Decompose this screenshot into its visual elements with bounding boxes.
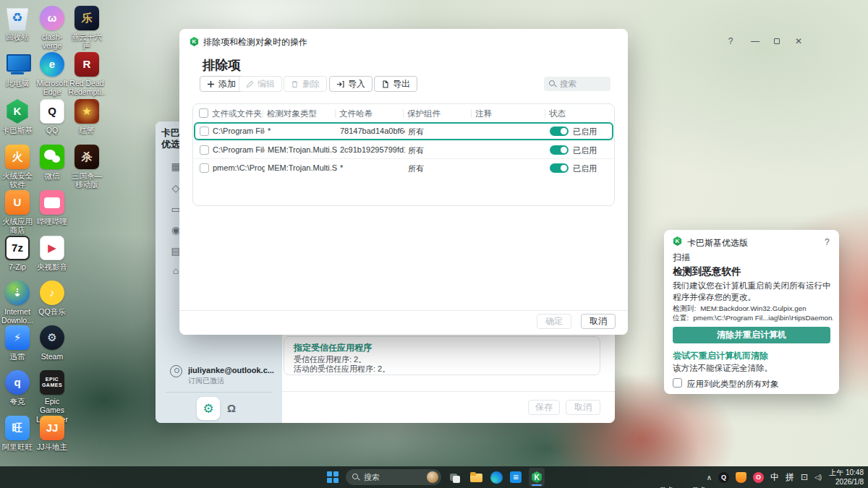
row-checkbox[interactable]: [200, 145, 209, 155]
desktop-icon-kaspersky[interactable]: K卡巴斯基: [0, 99, 35, 134]
trusted-apps-link[interactable]: 指定受信任应用程序: [294, 342, 372, 354]
desktop-icon-label: 此电脑: [0, 79, 36, 87]
desktop-icon-steam[interactable]: ⚙Steam: [35, 325, 69, 361]
cell-hash: *: [340, 163, 405, 172]
status-toggle[interactable]: [550, 127, 569, 136]
hidden-icons-chevron[interactable]: ∧: [707, 474, 712, 481]
desktop-icon-microsoft-edge[interactable]: eMicrosoft Edge: [35, 52, 69, 97]
column-divider: [335, 109, 336, 118]
kaspersky-taskbar-button[interactable]: K: [529, 468, 545, 487]
dialog-title: 排除项和检测对象时的操作: [203, 36, 307, 48]
start-button[interactable]: [327, 471, 339, 483]
export-icon: [381, 80, 389, 88]
edge-browser-button[interactable]: [490, 471, 503, 484]
desktop-icon-red-alert[interactable]: ★红警: [69, 99, 104, 134]
desktop-icon-red-dead-redemption[interactable]: RRed Dead Redempti...: [69, 52, 104, 106]
table-row[interactable]: C:\Program Files\...MEM:Trojan.Multi.She…: [194, 140, 613, 158]
desktop-icon-qq-music[interactable]: ♪QQ音乐: [35, 281, 69, 316]
desktop-icon-label: 夸克: [0, 397, 36, 406]
desktop-icon-qq[interactable]: QQQ: [35, 99, 69, 134]
help-button[interactable]: ?: [825, 237, 830, 247]
edit-button[interactable]: 编辑: [239, 76, 282, 92]
disinfect-without-restart-link[interactable]: 尝试不重启计算机而清除: [673, 350, 768, 362]
file-explorer-button[interactable]: [469, 471, 483, 484]
desktop-icon-aliwangwang[interactable]: 旺阿里旺旺: [0, 416, 35, 451]
cell-path: C:\Program Files\...: [213, 127, 265, 135]
desktop-icon-huorong-security[interactable]: 火火绒安全软件: [0, 145, 35, 189]
row-checkbox[interactable]: [200, 127, 209, 136]
add-button[interactable]: 添加: [200, 76, 243, 92]
kaspersky-icon: K: [531, 471, 542, 483]
cell-path: C:\Program Files\...: [213, 145, 265, 154]
kaspersky-app-icon: K: [190, 37, 199, 46]
steam-icon: ⚙: [40, 325, 64, 350]
window-minimize-button[interactable]: —: [749, 35, 762, 48]
desktop-icon-huorong-store[interactable]: U火绒应用商店: [0, 190, 35, 235]
desktop-icon-wechat[interactable]: 微信: [35, 145, 69, 180]
desktop-icon-jj-doudizhu[interactable]: JJJJ斗地主: [35, 416, 69, 451]
cell-type: *: [268, 127, 337, 135]
desktop-icon-idm[interactable]: ⇣Internet Downlo...: [0, 281, 35, 325]
help-button[interactable]: ?: [724, 35, 737, 48]
ime-language-indicator[interactable]: 中: [770, 471, 779, 484]
desktop-icon-cctv-video[interactable]: ▶央视影音: [35, 236, 69, 271]
apply-to-all-checkbox[interactable]: [673, 378, 682, 388]
desktop-icon-thunder[interactable]: ⚡迅雷: [0, 325, 35, 361]
task-view-button[interactable]: [448, 471, 462, 484]
desktop-icon-seven-zip[interactable]: 7z7-Zip: [0, 236, 35, 271]
account-avatar: [170, 365, 182, 377]
clash-verge-icon: ω: [40, 6, 64, 30]
window-maximize-button[interactable]: [770, 35, 783, 48]
search-icon: [549, 80, 556, 87]
cell-type: MEM:Trojan.Multi.She...: [268, 163, 337, 172]
trusted-apps-card: 指定受信任应用程序 受信任应用程序: 2。 活动的受信任应用程序: 2。: [284, 336, 600, 375]
volume-icon[interactable]: ◁): [814, 474, 822, 481]
settings-button[interactable]: ⚙: [197, 397, 220, 420]
desktop-icon-quark[interactable]: q夸克: [0, 370, 35, 406]
select-all-checkbox[interactable]: [199, 108, 208, 118]
desktop-icon-bilibili[interactable]: 哔哩哔哩: [35, 190, 69, 226]
taskbar-search[interactable]: 搜索: [346, 469, 441, 485]
search-input[interactable]: 搜索: [544, 77, 610, 91]
desktop-icon-recycle-bin[interactable]: ♻回收站: [0, 6, 35, 41]
row-checkbox[interactable]: [200, 163, 209, 173]
desktop-icon-label: 哔哩哔哩: [33, 217, 71, 226]
desktop-icon-clash-verge[interactable]: ωclash-verge: [35, 6, 69, 51]
support-headset-icon[interactable]: Ω: [227, 402, 236, 414]
cctv-video-icon: ▶: [40, 236, 64, 260]
malware-detection-popup: K 卡巴斯基优选版 ? 扫描 检测到恶意软件 我们建议您在计算机重启前关闭所有运…: [664, 230, 839, 394]
microsoft-store-button[interactable]: ⊞: [510, 471, 522, 483]
status-toggle[interactable]: [550, 145, 569, 155]
ok-button[interactable]: 确定: [537, 314, 571, 329]
import-button[interactable]: 导入: [329, 76, 373, 92]
cast-icon[interactable]: ⊡: [801, 472, 808, 482]
desktop-icon-grid: ♻回收站ωclash-verge乐燕云十六声此电脑eMicrosoft Edge…: [0, 0, 109, 466]
notification-tray-icon[interactable]: O: [753, 472, 764, 483]
huorong-tray-icon[interactable]: [736, 472, 746, 483]
delete-button[interactable]: 删除: [284, 76, 327, 92]
desktop-icon-label: 三国杀—移动版: [68, 171, 106, 189]
cell-hash: 78147bad14a0bf6ce3...: [340, 127, 405, 135]
window-close-button[interactable]: ✕: [792, 35, 805, 48]
desktop-icon-sanguosha[interactable]: 杀三国杀—移动版: [69, 145, 104, 189]
table-row[interactable]: pmem:\C:\Progra...MEM:Trojan.Multi.She..…: [194, 158, 613, 176]
cell-component: 所有: [408, 163, 451, 174]
taskbar-search-placeholder: 搜索: [364, 472, 380, 483]
desktop-icon-yanyun-game[interactable]: 乐燕云十六声: [69, 6, 104, 51]
disinfect-restart-button[interactable]: 清除并重启计算机: [673, 327, 830, 343]
export-button[interactable]: 导出: [374, 76, 417, 92]
desktop-icon-this-pc[interactable]: 此电脑: [0, 52, 35, 87]
save-button[interactable]: 保存: [528, 400, 560, 415]
desktop-icon-label: 卡巴斯基: [0, 126, 36, 134]
table-row[interactable]: C:\Program Files\...*78147bad14a0bf6ce3.…: [194, 122, 613, 140]
jj-doudizhu-icon: JJ: [40, 416, 64, 440]
popup-section-label: 扫描: [673, 252, 690, 264]
cancel-button[interactable]: 取消: [566, 400, 600, 415]
qq-tray-icon[interactable]: Q: [718, 472, 729, 483]
status-toggle[interactable]: [550, 163, 569, 173]
cancel-button[interactable]: 取消: [581, 314, 616, 329]
ime-pinyin-indicator[interactable]: 拼: [786, 471, 794, 484]
taskbar-clock[interactable]: 上午 10:48 2026/1/8: [823, 468, 864, 487]
cell-path: pmem:\C:\Progra...: [213, 163, 265, 172]
detected-label: 检测到:: [673, 304, 696, 312]
